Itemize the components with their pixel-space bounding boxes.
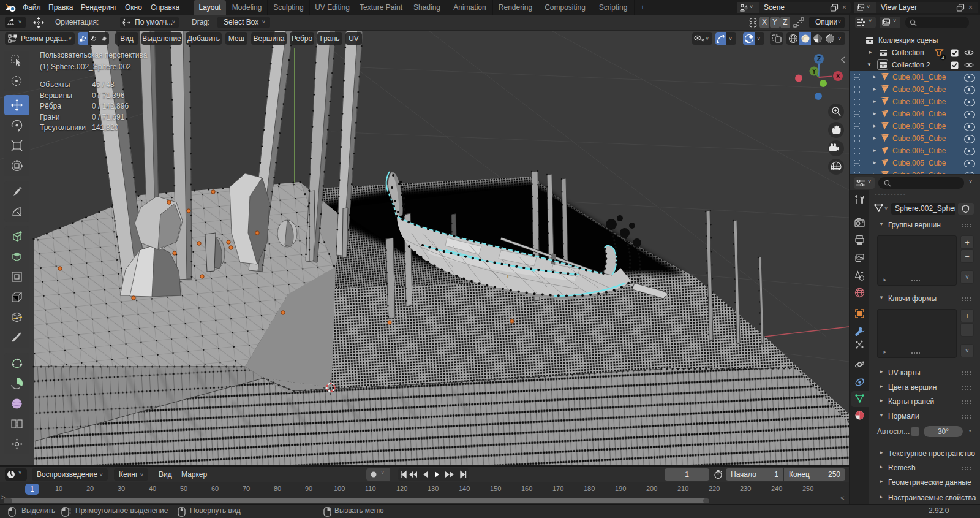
svg-text:L: L bbox=[507, 273, 510, 280]
svg-text:Z: Z bbox=[817, 56, 821, 63]
svg-text:Y: Y bbox=[812, 68, 816, 75]
svg-text:X: X bbox=[836, 73, 840, 80]
